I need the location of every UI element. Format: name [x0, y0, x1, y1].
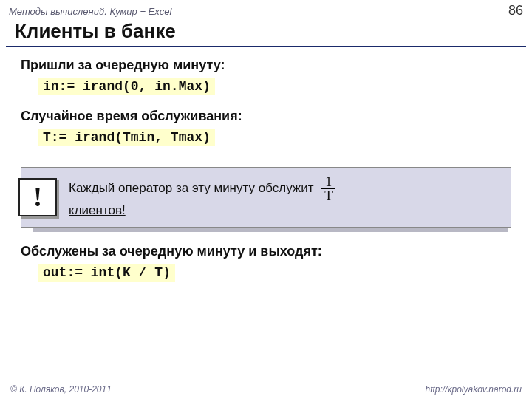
service-time-label: Случайное время обслуживания: — [21, 109, 511, 124]
course-title: Методы вычислений. Кумир + Excel — [9, 6, 171, 17]
content: Пришли за очередную минуту: in:= irand(0… — [0, 58, 532, 295]
exclamation-icon: ! — [18, 178, 57, 216]
service-time-code: T:= irand(Tmin, Tmax) — [38, 129, 215, 146]
served-label: Обслужены за очередную минуту и выходят: — [21, 244, 511, 259]
header-bar: Методы вычислений. Кумир + Excel 86 — [0, 0, 532, 18]
footer: © К. Поляков, 2010-2011 http://kpolyakov… — [0, 384, 532, 395]
fraction-den: T — [321, 189, 335, 202]
arrive-code: in:= irand(0, in.Max) — [38, 78, 215, 95]
served-code: out:= int(K / T) — [38, 264, 175, 282]
callout-text: Каждый оператор за эту минуту обслужит 1… — [69, 175, 335, 219]
page-title: Клиенты в банке — [6, 18, 526, 47]
callout-text-suffix: клиентов! — [69, 203, 126, 217]
callout-text-prefix: Каждый оператор за эту минуту обслужит — [69, 181, 317, 195]
arrive-label: Пришли за очередную минуту: — [21, 58, 511, 73]
page-number: 86 — [508, 3, 523, 18]
footer-url: http://kpolyakov.narod.ru — [425, 384, 522, 395]
callout-box: ! Каждый оператор за эту минуту обслужит… — [21, 167, 511, 228]
fraction: 1 T — [321, 175, 335, 202]
fraction-num: 1 — [321, 175, 335, 189]
copyright: © К. Поляков, 2010-2011 — [10, 384, 112, 395]
callout: ! Каждый оператор за эту минуту обслужит… — [21, 167, 511, 228]
